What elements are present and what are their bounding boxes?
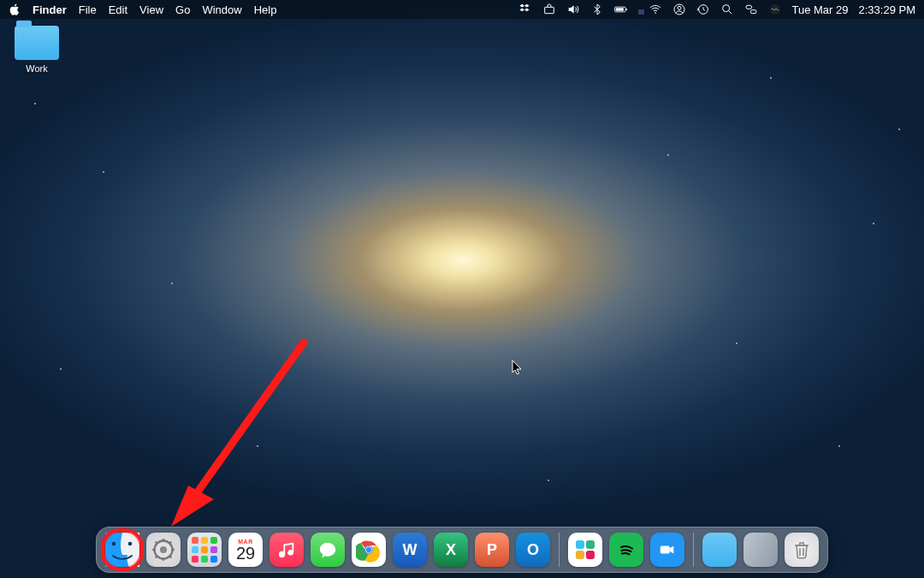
dock-app-finder[interactable] [105, 533, 139, 567]
svg-rect-2 [625, 9, 626, 10]
dock-app-launchpad[interactable] [187, 533, 222, 567]
dock-trash[interactable] [785, 533, 819, 567]
menu-file[interactable]: File [79, 3, 97, 16]
user-switch-icon[interactable] [672, 3, 686, 16]
dock: MAR 29 W X P O [96, 527, 828, 573]
svg-point-14 [112, 542, 116, 546]
dock-app-spotify[interactable] [609, 533, 643, 567]
dock-separator-2 [693, 533, 694, 567]
dock-app-music[interactable] [270, 533, 304, 567]
battery-icon[interactable] [614, 3, 628, 16]
svg-point-8 [722, 5, 729, 12]
menu-go[interactable]: Go [175, 3, 190, 16]
dock-app-powerpoint[interactable]: P [475, 533, 509, 567]
dock-downloads-folder[interactable] [702, 533, 737, 567]
dock-app-outlook[interactable]: O [516, 533, 550, 567]
dropbox-icon[interactable] [518, 3, 532, 16]
svg-rect-9 [746, 5, 752, 9]
svg-point-6 [678, 6, 681, 9]
svg-line-23 [169, 556, 171, 557]
menu-view[interactable]: View [139, 3, 163, 16]
time-machine-icon[interactable] [696, 3, 710, 16]
svg-rect-0 [544, 7, 554, 13]
dock-app-excel[interactable]: X [434, 533, 468, 567]
desktop-wallpaper [0, 0, 924, 578]
svg-rect-10 [750, 10, 756, 14]
menubar: Finder File Edit View Go Window Help Tue… [0, 0, 924, 19]
svg-point-4 [654, 12, 656, 14]
dock-app-zoom[interactable] [650, 533, 684, 567]
active-app-name[interactable]: Finder [33, 3, 67, 16]
menubar-time[interactable]: 2:33:29 PM [859, 3, 916, 16]
dock-recent-stack[interactable] [743, 533, 778, 567]
desktop-folder-label: Work [10, 63, 63, 74]
svg-line-22 [156, 542, 157, 544]
wifi-icon[interactable] [649, 3, 662, 16]
svg-point-27 [288, 550, 293, 555]
excel-letter: X [446, 541, 456, 559]
dock-app-calendar[interactable]: MAR 29 [228, 533, 263, 567]
svg-rect-33 [660, 545, 670, 553]
dock-app-word[interactable]: W [393, 533, 427, 567]
svg-point-26 [280, 552, 285, 557]
dock-app-slack[interactable] [568, 533, 602, 567]
folder-icon [15, 26, 59, 60]
menu-edit[interactable]: Edit [109, 3, 127, 16]
siri-icon[interactable] [768, 3, 782, 16]
svg-rect-3 [615, 8, 623, 10]
outlook-letter: O [527, 541, 539, 559]
toolbox-icon[interactable] [542, 3, 556, 16]
menubar-date[interactable]: Tue Mar 29 [792, 3, 849, 16]
volume-icon[interactable] [566, 3, 580, 16]
bluetooth-icon[interactable] [590, 3, 604, 16]
apple-menu[interactable] [9, 3, 21, 15]
ppt-letter: P [487, 541, 497, 559]
svg-point-17 [160, 546, 167, 553]
dock-app-system-settings[interactable] [146, 533, 181, 567]
dock-app-messages[interactable] [311, 533, 345, 567]
svg-point-15 [128, 542, 133, 546]
svg-line-24 [169, 542, 171, 544]
calendar-day: 29 [236, 545, 255, 562]
svg-point-31 [366, 547, 371, 552]
menu-help[interactable]: Help [254, 3, 277, 16]
dock-separator [559, 533, 560, 567]
menu-window[interactable]: Window [202, 3, 241, 16]
dock-app-chrome[interactable] [352, 533, 386, 567]
mouse-cursor [512, 360, 524, 379]
control-center-icon[interactable] [744, 3, 758, 16]
desktop-folder-work[interactable]: Work [10, 26, 63, 74]
word-letter: W [403, 541, 418, 559]
svg-line-25 [156, 556, 157, 557]
spotlight-icon[interactable] [720, 3, 734, 16]
